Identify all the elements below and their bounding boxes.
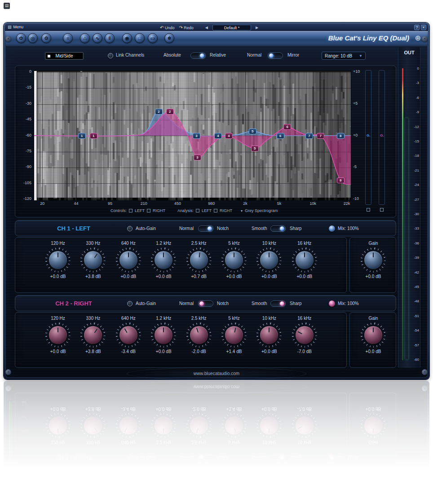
band2-handle-left[interactable]: 2 (155, 109, 163, 115)
out-scale-label: -33 (410, 226, 419, 230)
ch2-smooth-sharp-toggle[interactable] (270, 301, 286, 307)
controls-left-checkbox[interactable] (129, 209, 133, 212)
meters-view-button[interactable]: ‖ (105, 33, 115, 43)
globe-icon[interactable]: ⊕ (415, 34, 421, 42)
ch2-band-knobs-panel: 120 Hz+0.0 dB330 Hz+3.8 dB640 Hz-3.4 dB1… (15, 312, 347, 368)
channels-view-button[interactable]: ∴ (80, 33, 90, 43)
preset-prev-button[interactable]: ◀ (205, 26, 208, 30)
band6-handle-left[interactable]: 6 (277, 133, 284, 139)
range-dropdown[interactable]: Range: 10 dB ▼ (322, 52, 366, 60)
ch1-band7-knob[interactable] (256, 248, 282, 273)
help-button[interactable]: ? (414, 25, 420, 30)
band6-handle-right[interactable]: 6 (283, 124, 291, 130)
normal-mirror-toggle[interactable] (268, 53, 283, 59)
preset-next-button[interactable]: ▶ (256, 26, 258, 30)
eq-curve-display[interactable]: 1234567812345678 (34, 71, 351, 200)
ch1-band3-knob[interactable] (116, 248, 141, 273)
band1-handle-left[interactable]: 1 (78, 133, 86, 139)
ch2-auto-gain-radio[interactable] (127, 301, 133, 306)
ch1-band5-knob[interactable] (186, 248, 212, 273)
gain-meter-right-checkbox[interactable] (380, 208, 384, 212)
band3-handle-right[interactable]: 3 (194, 155, 201, 160)
ch2-band3-knob[interactable] (116, 323, 141, 348)
out-scale-label: -12 (410, 125, 419, 129)
menu-button[interactable]: ▤ Menu (8, 25, 23, 29)
ch2-gain-knob[interactable] (361, 323, 386, 348)
ch1-gain-label: Gain (356, 241, 391, 247)
ch1-band4-knob[interactable] (151, 248, 176, 273)
analysis-right-checkbox[interactable] (214, 209, 217, 212)
ch2-band6-knob[interactable] (221, 323, 247, 348)
settings-button[interactable]: ⚙ (41, 33, 51, 43)
menu-grid-icon: ▤ (5, 3, 9, 8)
analysis-left-checkbox[interactable] (196, 209, 199, 212)
undo-button[interactable]: ↶ Undo (160, 25, 174, 30)
close-button[interactable]: × (421, 25, 426, 30)
controls-right-checkbox[interactable] (147, 209, 150, 212)
band5-handle-right[interactable]: 5 (251, 146, 259, 151)
ch2-band1-knob[interactable] (45, 323, 71, 348)
curve-view-button[interactable]: ∿ (93, 33, 102, 43)
crosshair-button[interactable]: ◎ (28, 33, 38, 43)
band1-handle-right[interactable]: 1 (90, 133, 97, 139)
ch1-band2-knob[interactable] (80, 248, 106, 273)
knob-pointer-icon (199, 252, 200, 257)
ch2-mix-knob[interactable] (329, 301, 335, 307)
ch1-band1-knob[interactable] (45, 248, 71, 273)
ch2-notch-label: Notch (217, 301, 229, 306)
freeze-button[interactable]: ❄ (164, 33, 174, 43)
band4-handle-left[interactable]: 4 (214, 133, 222, 139)
band4-handle-right[interactable]: 4 (225, 133, 233, 139)
window-style-button[interactable]: ▭ (148, 33, 158, 43)
ch2-band8-knob[interactable] (292, 323, 317, 348)
band3-handle-left[interactable]: 3 (193, 133, 200, 139)
power-button[interactable]: Ф (16, 33, 26, 43)
ch1-gain-knob[interactable] (361, 248, 386, 273)
knob-pointer-icon (94, 328, 98, 333)
ch2-normal-notch-toggle[interactable] (198, 301, 213, 307)
spectrogram-mode-label[interactable]: Grey Spectrogram (245, 208, 278, 213)
ch2-band7-knob[interactable] (256, 323, 282, 348)
absolute-relative-toggle[interactable] (190, 53, 206, 59)
square-style-button[interactable]: □ (135, 33, 145, 43)
ch2-band4-knob[interactable] (151, 323, 176, 348)
band7-handle-right[interactable]: 7 (317, 133, 324, 139)
menu-label: Menu (13, 25, 24, 29)
frequency-label: 44 (69, 201, 84, 206)
band8-handle-left[interactable]: 8 (337, 133, 345, 139)
freeze-icon: ❄ (167, 35, 171, 41)
ch1-smooth-sharp-toggle[interactable] (270, 225, 286, 232)
website-link[interactable]: www.bluecataudio.com (5, 371, 428, 376)
taskbar-icon[interactable]: ▤ (4, 3, 10, 9)
ch1-band6-knob[interactable] (221, 248, 247, 273)
gain-meter-left[interactable]: G. (365, 70, 371, 205)
link-channels-radio[interactable] (108, 53, 113, 58)
gain-meter-right[interactable]: G. (379, 70, 385, 205)
meter-level-bar (405, 118, 408, 359)
band5-handle-left[interactable]: 5 (249, 128, 256, 134)
knob-style-button[interactable]: ◉ (122, 33, 132, 43)
menu-bar: ▤ Menu ↶ Undo ↷ Redo ◀ Default * ▶ ? × (5, 24, 428, 31)
ch2-band5-knob[interactable] (186, 323, 212, 348)
plugin-body: Mid/Side Link Channels Absolute Relative… (5, 46, 428, 378)
layout-compact-icon: ≡ (66, 35, 69, 41)
ch1-mix-knob[interactable] (329, 225, 335, 232)
ch2-band2-knob[interactable] (80, 323, 106, 348)
layout-compact-button[interactable]: ≡ (63, 33, 73, 43)
ch1-normal-notch-toggle[interactable] (198, 225, 213, 232)
ch1-auto-gain-radio[interactable] (127, 226, 133, 231)
band7-handle-left[interactable]: 7 (305, 133, 313, 139)
gain-meter-left-checkbox[interactable] (367, 208, 370, 212)
ch1-gain-panel: Gain+0.0 dB (349, 237, 396, 293)
ch1-band8-knob[interactable] (292, 248, 317, 273)
out-scale-label: -15 (410, 139, 419, 143)
toggle-knob (200, 53, 204, 58)
preset-selector[interactable]: Default * (212, 25, 251, 31)
mid-side-button[interactable]: Mid/Side (45, 52, 84, 60)
ch2-band4-value: +0.0 dB (146, 349, 181, 354)
band8-handle-right[interactable]: 8 (337, 177, 345, 183)
redo-button[interactable]: ↷ Redo (179, 25, 193, 30)
band2-handle-right[interactable]: 2 (166, 109, 174, 115)
knob-pointer-icon (196, 328, 198, 333)
spectrum-db-label: -90 (26, 164, 31, 169)
